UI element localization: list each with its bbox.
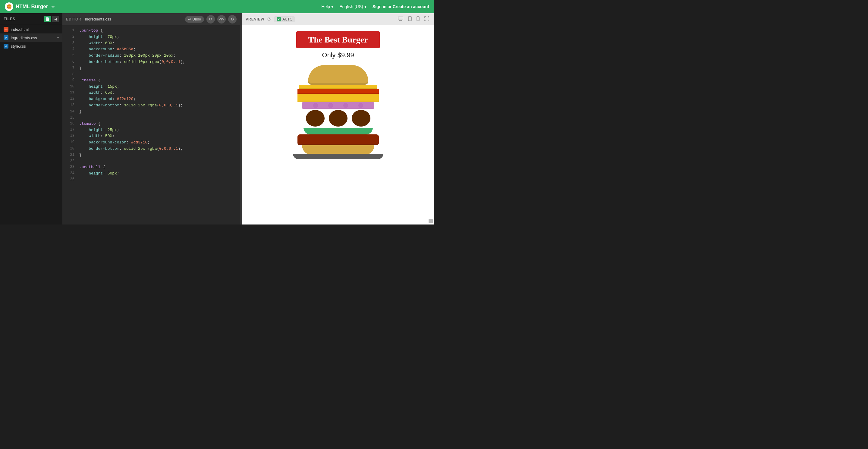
code-line: 21 } (62, 152, 240, 159)
resize-corner[interactable] (429, 219, 433, 223)
code-view-button[interactable]: </> (217, 15, 226, 24)
logo-icon: 🍔 (5, 2, 13, 11)
or-text: or (386, 4, 393, 9)
code-line: 20 border-bottom: solid 2px rgba(0,0,0,.… (62, 146, 240, 152)
create-account-link[interactable]: Create an account (393, 4, 429, 9)
code-line: 16 .tomato { (62, 121, 240, 127)
code-line: 15 (62, 115, 240, 121)
editor-toolbar-right: ↩ Undo ⟳ </> ⚙ (185, 15, 237, 24)
code-line: 9 .cheese { (62, 77, 240, 84)
code-line: 19 background-color: #dd3710; (62, 139, 240, 146)
code-line: 3 width: 60%; (62, 40, 240, 47)
file-item-css-style[interactable]: # style.css (0, 42, 62, 50)
code-line: 1 .bun-top { (62, 28, 240, 34)
undo-button[interactable]: ↩ Undo (185, 16, 204, 23)
code-line: 6 border-bottom: solid 10px rgba(0,0,0,.… (62, 59, 240, 65)
preview-refresh-button[interactable]: ⟳ (267, 16, 271, 22)
code-line: 10 height: 15px; (62, 84, 240, 90)
svg-rect-0 (398, 17, 403, 20)
burger-card: The Best Burger Only $9.99 (278, 31, 398, 159)
mobile-icon (416, 16, 420, 21)
code-line: 11 width: 65%; (62, 90, 240, 96)
code-line: 2 height: 70px; (62, 34, 240, 40)
code-line: 23 .meatball { (62, 164, 240, 170)
onion-dot (358, 103, 363, 108)
desktop-view-button[interactable] (397, 16, 404, 23)
help-button[interactable]: Help ▾ (321, 4, 333, 9)
onion-dot (328, 103, 333, 108)
collapse-sidebar-button[interactable]: ◀ (52, 16, 59, 22)
auth-area: Sign in or Create an account (373, 4, 429, 9)
preview-toolbar: PREVIEW ⟳ ✓ AUTO (242, 13, 434, 25)
lettuce-layer (304, 128, 373, 134)
onion-dot (313, 103, 318, 108)
auto-checkbox[interactable]: ✓ AUTO (274, 16, 295, 22)
code-line: 14 } (62, 109, 240, 115)
meatball (306, 110, 324, 127)
burger-title: The Best Burger (308, 35, 368, 44)
code-line: 4 background: #e5b05a; (62, 46, 240, 53)
files-label: FILES (4, 17, 16, 21)
file-name-html: index.html (11, 27, 29, 32)
editor-label: EDITOR (66, 17, 82, 22)
pencil-icon: ✏ (52, 4, 55, 9)
back-icon: ◀ (54, 17, 57, 21)
preview-toolbar-right (397, 16, 430, 23)
tomato-layer-top (298, 89, 379, 94)
language-button[interactable]: English (US) ▾ (339, 4, 367, 9)
chevron-down-icon: ▾ (331, 4, 333, 9)
expand-icon (424, 16, 429, 21)
nav-right: Help ▾ English (US) ▾ Sign in or Create … (321, 4, 429, 9)
tablet-view-button[interactable] (407, 16, 413, 23)
meatball (329, 110, 347, 127)
undo-icon: ↩ (188, 17, 191, 22)
sidebar: FILES 📄 ◀ <> index.html # ingredients.cs… (0, 13, 62, 224)
code-line: 12 background: #f2c120; (62, 96, 240, 102)
plate (293, 154, 383, 159)
file-name-css-style: style.css (11, 44, 26, 49)
main-layout: FILES 📄 ◀ <> index.html # ingredients.cs… (0, 13, 434, 224)
sidebar-header: FILES 📄 ◀ (0, 13, 62, 25)
new-file-icon: 📄 (45, 17, 50, 21)
check-icon: ✓ (277, 17, 281, 22)
bun-top-layer (308, 65, 368, 85)
onion-dot (343, 103, 348, 108)
patty-layer (298, 134, 379, 145)
file-item-css-ingredients[interactable]: # ingredients.css ▾ (0, 33, 62, 42)
expand-button[interactable] (423, 16, 430, 23)
logo-area: 🍔 HTML Burger ✏ (5, 2, 321, 11)
refresh-button[interactable]: ⟳ (207, 15, 215, 24)
auto-label: AUTO (282, 17, 292, 22)
chevron-down-icon: ▾ (57, 36, 59, 39)
editor-filename: ingredients.css (85, 17, 111, 22)
sign-in-link[interactable]: Sign in (373, 4, 387, 9)
file-name-css-ingredients: ingredients.css (11, 36, 37, 40)
cheese-layer-top (299, 85, 377, 89)
burger-price: Only $9.99 (322, 51, 354, 59)
tablet-icon (408, 16, 412, 21)
new-file-button[interactable]: 📄 (44, 16, 51, 22)
refresh-icon: ⟳ (209, 17, 213, 22)
code-line: 18 width: 50%; (62, 133, 240, 139)
burger-visual (296, 65, 380, 159)
help-label: Help (321, 4, 330, 9)
mobile-view-button[interactable] (415, 16, 421, 23)
svg-point-5 (410, 20, 410, 21)
editor-toolbar: EDITOR ingredients.css ↩ Undo ⟳ </> ⚙ (62, 13, 240, 25)
code-line: 7 } (62, 65, 240, 72)
settings-button[interactable]: ⚙ (228, 15, 237, 24)
settings-icon: ⚙ (230, 17, 234, 22)
cheese-layer-main (298, 94, 379, 102)
chevron-down-icon: ▾ (364, 4, 367, 9)
burger-title-box: The Best Burger (296, 31, 380, 48)
meatball (352, 110, 370, 127)
top-nav: 🍔 HTML Burger ✏ Help ▾ English (US) ▾ Si… (0, 0, 434, 13)
code-icon: </> (219, 17, 224, 22)
code-area[interactable]: 1 .bun-top { 2 height: 70px; 3 width: 60… (62, 25, 240, 224)
html-file-icon: <> (4, 27, 8, 32)
css-file-icon-2: # (4, 44, 8, 49)
svg-point-7 (418, 20, 418, 21)
code-line: 13 border-bottom: solid 2px rgba(0,0,0,.… (62, 102, 240, 109)
code-line: 5 border-radius: 100px 100px 20px 20px; (62, 53, 240, 59)
file-item-html[interactable]: <> index.html (0, 25, 62, 33)
